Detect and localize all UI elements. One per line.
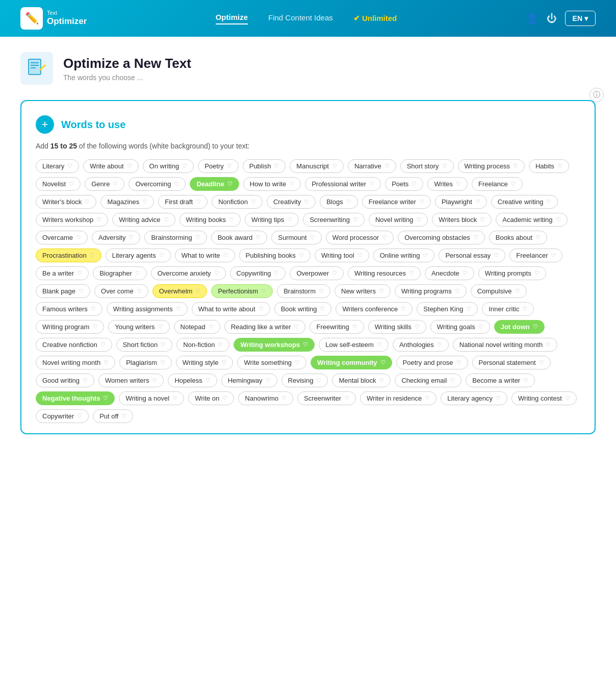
tag-item[interactable]: Magazines♡: [100, 195, 154, 209]
tag-item[interactable]: Professional writer♡: [305, 177, 381, 191]
tag-item[interactable]: Writer in residence♡: [360, 391, 437, 405]
tag-item[interactable]: Nonfiction♡: [212, 195, 263, 209]
tag-item[interactable]: Word processor♡: [326, 231, 394, 244]
tag-item[interactable]: Reading like a writer♡: [224, 320, 306, 334]
tag-item[interactable]: On writing♡: [143, 159, 194, 173]
tag-item[interactable]: Novel writing month♡: [36, 356, 115, 369]
tag-item[interactable]: Playwright♡: [435, 195, 487, 209]
tag-item[interactable]: Screenwriter♡: [297, 391, 356, 405]
tag-item[interactable]: Jot down♡: [494, 320, 545, 334]
tag-item[interactable]: Freelance writer♡: [362, 195, 431, 209]
tag-item[interactable]: Freelance♡: [472, 177, 523, 191]
tag-item[interactable]: Writing prompts♡: [478, 266, 546, 280]
tag-item[interactable]: Write about♡: [83, 159, 138, 173]
tag-item[interactable]: Writing process♡: [458, 159, 525, 173]
tag-item[interactable]: Inner critic♡: [482, 302, 534, 316]
tag-item[interactable]: Genre♡: [85, 177, 124, 191]
tag-item[interactable]: Deadline♡: [190, 177, 239, 191]
tag-item[interactable]: Famous writers♡: [36, 302, 102, 316]
tag-item[interactable]: Books about♡: [489, 231, 547, 244]
tag-item[interactable]: Poetry and prose♡: [396, 356, 468, 369]
tag-item[interactable]: Writing a novel♡: [119, 391, 184, 405]
tag-item[interactable]: Online writing♡: [373, 249, 435, 262]
tag-item[interactable]: Overwhelm♡: [152, 284, 208, 298]
tag-item[interactable]: Biographer♡: [93, 266, 147, 280]
tag-item[interactable]: Writing skills♡: [368, 320, 426, 334]
tag-item[interactable]: First draft♡: [158, 195, 208, 209]
tag-item[interactable]: Writers block♡: [432, 213, 492, 227]
language-button[interactable]: EN ▾: [565, 11, 596, 26]
tag-item[interactable]: Plagiarism♡: [119, 356, 172, 369]
tag-item[interactable]: National novel writing month♡: [453, 338, 557, 352]
power-icon[interactable]: ⏻: [547, 13, 557, 24]
tag-item[interactable]: Brainstorming♡: [144, 231, 207, 244]
tag-item[interactable]: How to write♡: [243, 177, 301, 191]
tag-item[interactable]: Writing resources♡: [348, 266, 421, 280]
tag-item[interactable]: New writers♡: [335, 284, 391, 298]
tag-item[interactable]: Personal statement♡: [472, 356, 551, 369]
tag-item[interactable]: Habits♡: [529, 159, 569, 173]
tag-item[interactable]: Surmount♡: [271, 231, 321, 244]
tag-item[interactable]: Anthologies♡: [393, 338, 449, 352]
tag-item[interactable]: Short fiction♡: [116, 338, 173, 352]
tag-item[interactable]: Freelancer♡: [509, 249, 562, 262]
tag-item[interactable]: Academic writing♡: [496, 213, 567, 227]
tag-item[interactable]: Women writers♡: [98, 374, 164, 387]
tag-item[interactable]: Literary agents♡: [106, 249, 171, 262]
tag-item[interactable]: Screenwriting♡: [303, 213, 365, 227]
tag-item[interactable]: Compulsive♡: [471, 284, 527, 298]
tag-item[interactable]: Creative nonfiction♡: [36, 338, 112, 352]
tag-item[interactable]: Creativity♡: [267, 195, 316, 209]
tag-item[interactable]: Novelist♡: [36, 177, 81, 191]
tag-item[interactable]: Perfectionism♡: [211, 284, 273, 298]
tag-item[interactable]: What to write about♡: [192, 302, 270, 316]
tag-item[interactable]: Anecdote♡: [425, 266, 474, 280]
tag-item[interactable]: Checking email♡: [395, 374, 461, 387]
tag-item[interactable]: Mental block♡: [332, 374, 391, 387]
tag-item[interactable]: Book award♡: [211, 231, 268, 244]
tag-item[interactable]: Overcoming obstacles♡: [398, 231, 485, 244]
tag-item[interactable]: Writing contest♡: [511, 391, 577, 405]
tag-item[interactable]: Writers conference♡: [336, 302, 413, 316]
tag-item[interactable]: Copywriter♡: [36, 409, 89, 423]
tag-item[interactable]: Poetry♡: [198, 159, 239, 173]
tag-item[interactable]: Literary agency♡: [441, 391, 507, 405]
tag-item[interactable]: Personal essay♡: [439, 249, 505, 262]
tag-item[interactable]: Nanowrimo♡: [238, 391, 293, 405]
tag-item[interactable]: Publish♡: [243, 159, 286, 173]
tag-item[interactable]: Writing tool♡: [315, 249, 369, 262]
tag-item[interactable]: Writer's block♡: [36, 195, 96, 209]
tag-item[interactable]: Hopeless♡: [168, 374, 217, 387]
user-icon[interactable]: 👤: [526, 12, 538, 24]
tag-item[interactable]: Revising♡: [281, 374, 328, 387]
tag-item[interactable]: Publishing books♡: [239, 249, 311, 262]
tag-item[interactable]: Novel writing♡: [369, 213, 428, 227]
tag-item[interactable]: Young writers♡: [108, 320, 169, 334]
tag-item[interactable]: Over come♡: [94, 284, 148, 298]
tag-item[interactable]: Put off♡: [93, 409, 133, 423]
tag-item[interactable]: Non-fiction♡: [176, 338, 229, 352]
tag-item[interactable]: Procrastination♡: [36, 249, 101, 262]
tag-item[interactable]: Stephen King♡: [417, 302, 478, 316]
tag-item[interactable]: Writing advice♡: [112, 213, 175, 227]
tag-item[interactable]: Overpower♡: [290, 266, 344, 280]
tag-item[interactable]: Writing program♡: [36, 320, 104, 334]
tag-item[interactable]: Overcoming♡: [129, 177, 186, 191]
tag-item[interactable]: Negative thoughts♡: [36, 391, 115, 405]
add-words-button[interactable]: +: [36, 115, 54, 134]
tag-item[interactable]: Copywriting♡: [230, 266, 286, 280]
tag-item[interactable]: Become a writer♡: [466, 374, 535, 387]
tag-item[interactable]: Low self-esteem♡: [319, 338, 389, 352]
tag-item[interactable]: Writes♡: [427, 177, 468, 191]
tag-item[interactable]: What to write♡: [175, 249, 235, 262]
tag-item[interactable]: Writing assignments♡: [107, 302, 188, 316]
tag-item[interactable]: Overcome anxiety♡: [151, 266, 226, 280]
tag-item[interactable]: Writing goals♡: [430, 320, 490, 334]
tag-item[interactable]: Write on♡: [188, 391, 234, 405]
nav-optimize[interactable]: Optimize: [216, 13, 248, 24]
tag-item[interactable]: Literary♡: [36, 159, 79, 173]
tag-item[interactable]: Brainstorm♡: [277, 284, 330, 298]
tag-item[interactable]: Overcame♡: [36, 231, 88, 244]
tag-item[interactable]: Narrative♡: [348, 159, 396, 173]
tag-item[interactable]: Write something♡: [237, 356, 306, 369]
